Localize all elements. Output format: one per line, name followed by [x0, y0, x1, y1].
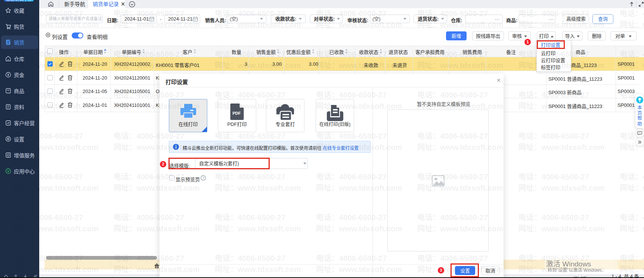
- svg-text:PDF: PDF: [233, 111, 241, 115]
- svg-text:?: ?: [202, 176, 204, 180]
